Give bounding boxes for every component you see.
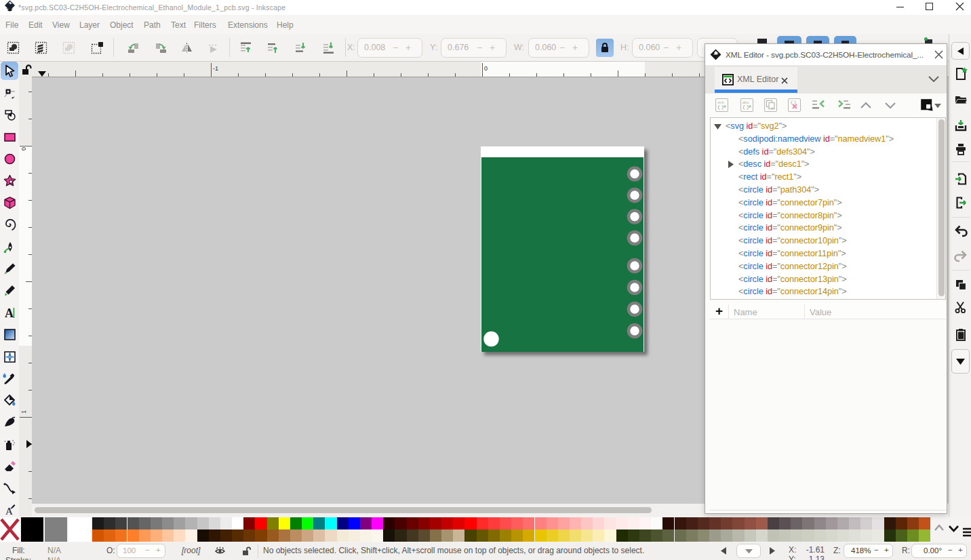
- svg-text:❬❭: ❬❭: [717, 104, 725, 110]
- svg-text:❬❭: ❬❭: [742, 104, 750, 110]
- svg-text:A: A: [5, 306, 14, 320]
